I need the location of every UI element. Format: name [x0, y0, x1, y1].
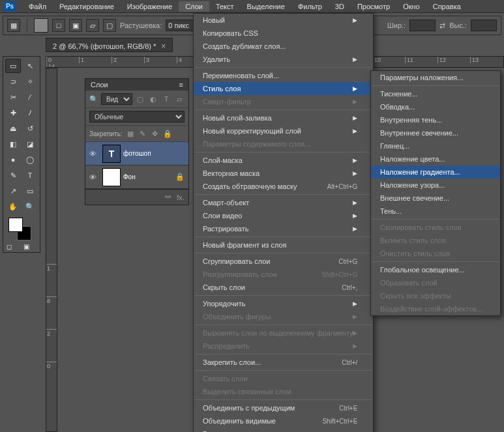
menubar-item-9[interactable]: Окно [396, 1, 426, 12]
layers-menu-item-1[interactable]: Копировать CSS [194, 27, 373, 40]
visibility-icon[interactable]: 👁 [85, 150, 100, 158]
type-tool-icon[interactable]: T [22, 168, 38, 182]
menubar-item-1[interactable]: Редактирование [53, 1, 121, 12]
panel-menu-icon[interactable]: ≡ [179, 81, 183, 89]
menubar-item-4[interactable]: Текст [209, 1, 241, 12]
style-submenu-item-10[interactable]: Внешнее свечение... [371, 192, 500, 205]
layers-menu-item-9[interactable]: Новый слой-заливка▶ [194, 111, 373, 124]
lock-pos-icon[interactable]: ✎ [138, 128, 148, 139]
style-submenu-item-2[interactable]: Тиснение... [371, 87, 500, 100]
layers-menu-item-6[interactable]: Стиль слоя▶ [194, 82, 373, 95]
pen-tool-icon[interactable]: ✎ [5, 168, 21, 182]
style-submenu-item-5[interactable]: Внутреннее свечение... [371, 126, 500, 139]
filter-img-icon[interactable]: ▢ [135, 94, 145, 104]
layers-menu-item-23[interactable]: Сгруппировать слоиCtrl+G [194, 255, 373, 268]
layer-name[interactable]: фотошоп [123, 150, 151, 157]
style-submenu-item-7[interactable]: Наложение цвета... [371, 152, 500, 166]
zoom-tool-icon[interactable]: 🔍 [22, 199, 38, 214]
hand-tool-icon[interactable]: ✋ [5, 199, 21, 214]
layer-name[interactable]: Фон [123, 173, 136, 180]
layers-menu-item-13[interactable]: Слой-маска▶ [194, 154, 373, 167]
gradient-tool-icon[interactable]: ◪ [22, 137, 38, 151]
dodge-tool-icon[interactable]: ◯ [22, 152, 38, 167]
layers-menu-item-0[interactable]: Новый▶ [194, 14, 373, 27]
layers-menu-item-15[interactable]: Создать обтравочную маскуAlt+Ctrl+G [194, 180, 373, 193]
width-input[interactable] [409, 20, 436, 31]
visibility-icon[interactable]: 👁 [85, 173, 100, 181]
lasso-tool-icon[interactable]: ⊃ [5, 74, 21, 89]
layers-menu-item-40[interactable]: Выполнить сведение [194, 427, 373, 432]
layers-menu-item-33[interactable]: Закрепить слои...Ctrl+/ [194, 356, 373, 369]
document-tab[interactable]: 2 @ 66,7% (фотошоп, RGB/8) * × [46, 38, 173, 52]
tool-preset-icon[interactable]: ▦ [7, 19, 20, 32]
style-submenu-item-4[interactable]: Внутренняя тень... [371, 113, 500, 126]
layer-thumb[interactable]: T [102, 145, 121, 163]
wand-tool-icon[interactable]: ✧ [22, 74, 38, 89]
layers-menu-item-19[interactable]: Растрировать▶ [194, 222, 373, 235]
menubar-item-8[interactable]: Просмотр [351, 1, 396, 12]
style-submenu-item-3[interactable]: Обводка... [371, 100, 500, 113]
selection-intersect-icon[interactable]: ▢ [103, 19, 116, 32]
quickmask-icon[interactable]: ◻ [5, 242, 13, 250]
style-submenu-item-8[interactable]: Наложение градиента... [371, 166, 500, 179]
filter-type-icon[interactable]: T [161, 94, 171, 104]
layers-menu-item-39[interactable]: Объединить видимыеShift+Ctrl+E [194, 414, 373, 427]
layer-row[interactable]: 👁Фон🔒 [85, 166, 188, 189]
shape-tool-icon[interactable]: ▭ [22, 184, 38, 198]
menubar-item-0[interactable]: Файл [22, 1, 53, 12]
lock-all-icon[interactable]: 🔒 [162, 128, 173, 139]
layers-menu-item-3[interactable]: Удалить▶ [194, 53, 373, 66]
layers-menu-item-27[interactable]: Упорядочить▶ [194, 297, 373, 310]
filter-adj-icon[interactable]: ◐ [148, 94, 158, 104]
menubar-item-5[interactable]: Выделение [241, 1, 291, 12]
eyedropper-tool-icon[interactable]: ∕ [22, 90, 38, 104]
marquee-shape-icon[interactable] [34, 18, 48, 33]
layers-menu-item-25[interactable]: Скрыть слоиCtrl+, [194, 281, 373, 294]
layers-menu-item-5[interactable]: Переименовать слой... [194, 69, 373, 82]
style-submenu-item-17[interactable]: Глобальное освещение... [371, 263, 500, 276]
layers-menu-item-18[interactable]: Слои видео▶ [194, 209, 373, 222]
path-tool-icon[interactable]: ↗ [5, 184, 21, 198]
history-brush-icon[interactable]: ↺ [22, 121, 38, 136]
brush-tool-icon[interactable]: ﾉ [22, 106, 38, 120]
style-submenu-item-0[interactable]: Параметры наложения... [371, 71, 500, 84]
selection-new-icon[interactable]: □ [52, 19, 65, 32]
color-swatches[interactable] [5, 215, 38, 241]
app-logo[interactable]: Ps [4, 1, 16, 12]
menubar-item-6[interactable]: Фильтр [291, 1, 329, 12]
crop-tool-icon[interactable]: ✂ [5, 90, 21, 104]
filter-shape-icon[interactable]: ▱ [174, 94, 185, 104]
menubar-item-3[interactable]: Слои [179, 1, 209, 12]
layer-filter-select[interactable]: Вид [101, 93, 132, 105]
lock-pixels-icon[interactable]: ▦ [125, 128, 136, 139]
selection-subtract-icon[interactable]: ▱ [86, 19, 99, 32]
style-submenu-item-11[interactable]: Тень... [371, 205, 500, 218]
marquee-tool-icon[interactable]: ▭ [5, 59, 21, 73]
menubar-item-10[interactable]: Справка [426, 1, 467, 12]
style-submenu-item-6[interactable]: Глянец... [371, 139, 500, 152]
search-icon[interactable]: 🔍 [89, 95, 98, 104]
selection-add-icon[interactable]: ▣ [69, 19, 82, 32]
height-input[interactable] [471, 20, 497, 31]
link-icon[interactable]: ⚯ [162, 192, 173, 203]
swap-wh-icon[interactable]: ⇄ [439, 22, 445, 30]
stamp-tool-icon[interactable]: ⏏ [5, 121, 21, 136]
close-icon[interactable]: × [161, 42, 166, 51]
healing-tool-icon[interactable]: ✚ [5, 106, 21, 120]
layer-thumb[interactable] [102, 168, 121, 186]
layers-menu-item-2[interactable]: Создать дубликат слоя... [194, 40, 373, 53]
menubar-item-2[interactable]: Изображение [121, 1, 179, 12]
menubar-item-7[interactable]: 3D [329, 1, 351, 12]
style-submenu-item-9[interactable]: Наложение узора... [371, 179, 500, 192]
move-tool-icon[interactable]: ↖ [22, 59, 38, 73]
layers-menu-item-38[interactable]: Объединить с предыдущимCtrl+E [194, 401, 373, 414]
layers-panel-tab[interactable]: Слои ≡ [85, 79, 188, 91]
fx-icon[interactable]: fx. [175, 192, 186, 203]
lock-move-icon[interactable]: ✥ [150, 128, 160, 139]
blur-tool-icon[interactable]: ● [5, 152, 21, 167]
fg-color-swatch[interactable] [8, 218, 23, 232]
layers-menu-item-17[interactable]: Смарт-объект▶ [194, 196, 373, 209]
layers-menu-item-14[interactable]: Векторная маска▶ [194, 167, 373, 180]
screenmode-icon[interactable]: ▣ [22, 242, 30, 250]
layers-menu-item-21[interactable]: Новый фрагмент из слоя [194, 238, 373, 252]
